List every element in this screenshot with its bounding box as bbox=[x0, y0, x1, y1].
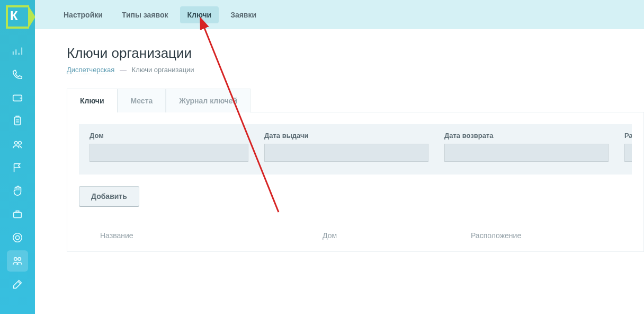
hand-icon[interactable] bbox=[7, 180, 28, 202]
filter-house-label: Дом bbox=[90, 132, 248, 139]
page-content: Ключи организации Диспетчерская — Ключи … bbox=[35, 29, 644, 314]
svg-point-6 bbox=[15, 235, 19, 239]
nav-requests[interactable]: Заявки bbox=[223, 6, 264, 23]
tab-bar: Ключи Места Журнал ключей bbox=[67, 89, 644, 112]
svg-rect-1 bbox=[15, 117, 21, 125]
coin-icon[interactable] bbox=[7, 227, 28, 248]
svg-point-2 bbox=[15, 142, 18, 145]
add-button[interactable]: Добавить bbox=[79, 186, 139, 207]
tab-places[interactable]: Места bbox=[118, 89, 166, 112]
svg-point-7 bbox=[14, 258, 17, 261]
filter-issue-input[interactable] bbox=[264, 144, 428, 162]
filter-house-input[interactable] bbox=[90, 144, 248, 162]
tab-panel: Дом Дата выдачи Дата возврата Распол Люб… bbox=[67, 112, 644, 252]
app-logo bbox=[6, 5, 29, 29]
breadcrumb: Диспетчерская — Ключи организации bbox=[67, 66, 644, 74]
tab-journal[interactable]: Журнал ключей bbox=[166, 89, 251, 112]
svg-rect-4 bbox=[14, 212, 22, 217]
phone-icon[interactable] bbox=[7, 64, 28, 85]
filter-location-label: Распол bbox=[624, 132, 632, 139]
filter-house: Дом bbox=[90, 132, 248, 162]
flag-icon[interactable] bbox=[7, 157, 28, 178]
page-title: Ключи организации bbox=[67, 45, 644, 62]
breadcrumb-current: Ключи организации bbox=[132, 66, 194, 74]
filter-location: Распол Любое bbox=[624, 132, 632, 162]
nav-settings[interactable]: Настройки bbox=[56, 6, 110, 23]
analytics-icon[interactable] bbox=[7, 40, 28, 62]
filter-return-label: Дата возврата bbox=[444, 132, 609, 139]
filter-location-select[interactable]: Любое bbox=[624, 144, 632, 162]
filter-return-input[interactable] bbox=[444, 144, 609, 162]
filter-issue-label: Дата выдачи bbox=[264, 132, 428, 139]
nav-keys[interactable]: Ключи bbox=[180, 6, 219, 23]
breadcrumb-separator: — bbox=[120, 66, 127, 74]
wallet-icon[interactable] bbox=[7, 87, 28, 108]
briefcase-icon[interactable] bbox=[7, 204, 28, 225]
svg-point-3 bbox=[19, 142, 22, 145]
tab-keys[interactable]: Ключи bbox=[67, 89, 118, 112]
clipboard-icon[interactable] bbox=[7, 110, 28, 132]
top-nav: Настройки Типы заявок Ключи Заявки bbox=[35, 0, 644, 29]
edit-icon[interactable] bbox=[7, 274, 28, 295]
group-icon[interactable] bbox=[7, 250, 28, 272]
table-header: Название Дом Расположение bbox=[79, 231, 632, 240]
svg-point-8 bbox=[18, 258, 21, 261]
col-location: Расположение bbox=[471, 231, 609, 240]
breadcrumb-link[interactable]: Диспетчерская bbox=[67, 66, 114, 74]
svg-point-5 bbox=[13, 233, 22, 242]
col-house: Дом bbox=[323, 231, 471, 240]
people-icon[interactable] bbox=[7, 134, 28, 155]
filter-row: Дом Дата выдачи Дата возврата Распол Люб… bbox=[79, 124, 632, 175]
filter-return-date: Дата возврата bbox=[444, 132, 609, 162]
nav-req-types[interactable]: Типы заявок bbox=[114, 6, 176, 23]
left-sidebar bbox=[0, 0, 35, 314]
filter-issue-date: Дата выдачи bbox=[264, 132, 428, 162]
col-name: Название bbox=[100, 231, 323, 240]
